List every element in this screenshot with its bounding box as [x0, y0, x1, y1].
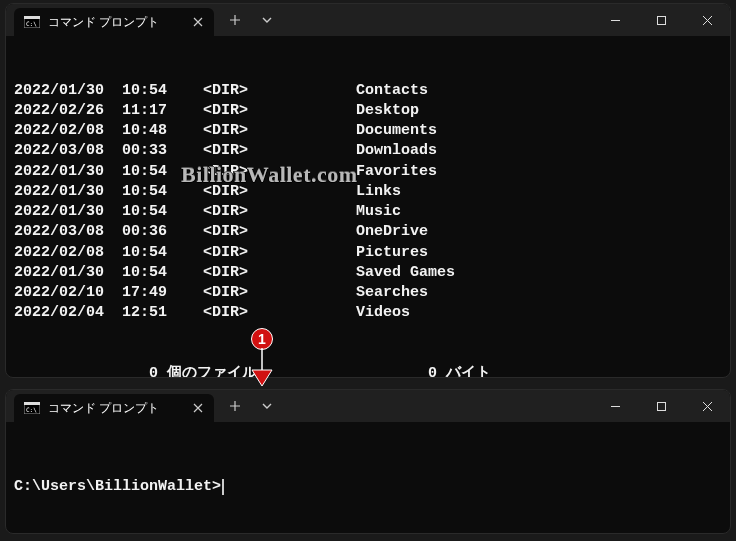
- minimize-button[interactable]: [592, 4, 638, 36]
- new-tab-button[interactable]: [220, 6, 250, 34]
- dir-entry: 2022/01/30 10:54 <DIR> Links: [14, 182, 722, 202]
- cursor: [222, 479, 224, 495]
- dir-entry: 2022/02/08 10:54 <DIR> Pictures: [14, 243, 722, 263]
- svg-rect-7: [657, 402, 665, 410]
- svg-rect-1: [24, 16, 40, 19]
- svg-rect-3: [657, 16, 665, 24]
- dir-entry: 2022/01/30 10:54 <DIR> Saved Games: [14, 263, 722, 283]
- dir-entry: 2022/02/04 12:51 <DIR> Videos: [14, 303, 722, 323]
- tab-close-button[interactable]: [190, 400, 206, 416]
- tab-dropdown-button[interactable]: [252, 392, 282, 420]
- dir-entry: 2022/02/08 10:48 <DIR> Documents: [14, 121, 722, 141]
- dir-entry: 2022/02/10 17:49 <DIR> Searches: [14, 283, 722, 303]
- tab-actions: [214, 390, 282, 422]
- tab-dropdown-button[interactable]: [252, 6, 282, 34]
- minimize-button[interactable]: [592, 390, 638, 422]
- prompt-path: C:\Users\BillionWallet>: [14, 477, 221, 497]
- svg-rect-5: [24, 402, 40, 405]
- tab-actions: [214, 4, 282, 36]
- terminal-window-after: C:\ コマンド プロンプト: [5, 389, 731, 534]
- tab-close-button[interactable]: [190, 14, 206, 30]
- cmd-icon: C:\: [24, 14, 40, 30]
- terminal-window-before: C:\ コマンド プロンプト: [5, 3, 731, 378]
- window-close-button[interactable]: [684, 4, 730, 36]
- summary-files: 0 個のファイル 0 バイト: [14, 364, 722, 378]
- dir-entry: 2022/03/08 00:36 <DIR> OneDrive: [14, 222, 722, 242]
- new-tab-button[interactable]: [220, 392, 250, 420]
- terminal-output[interactable]: 2022/01/30 10:54 <DIR> Contacts2022/02/2…: [6, 36, 730, 378]
- svg-text:C:\: C:\: [26, 20, 37, 27]
- maximize-button[interactable]: [638, 390, 684, 422]
- titlebar-drag[interactable]: [282, 4, 592, 36]
- tab-active[interactable]: C:\ コマンド プロンプト: [14, 8, 214, 36]
- cmd-icon: C:\: [24, 400, 40, 416]
- window-controls: [592, 4, 730, 36]
- titlebar-drag[interactable]: [282, 390, 592, 422]
- window-close-button[interactable]: [684, 390, 730, 422]
- tab-title: コマンド プロンプト: [48, 400, 182, 417]
- svg-text:C:\: C:\: [26, 406, 37, 413]
- dir-entry: 2022/03/08 00:33 <DIR> Downloads: [14, 141, 722, 161]
- tab-strip: C:\ コマンド プロンプト: [6, 4, 214, 36]
- dir-entry: 2022/01/30 10:54 <DIR> Music: [14, 202, 722, 222]
- titlebar: C:\ コマンド プロンプト: [6, 390, 730, 422]
- dir-entry: 2022/02/26 11:17 <DIR> Desktop: [14, 101, 722, 121]
- tab-active[interactable]: C:\ コマンド プロンプト: [14, 394, 214, 422]
- prompt-line: C:\Users\BillionWallet>: [14, 477, 722, 497]
- dir-entry: 2022/01/30 10:54 <DIR> Favorites: [14, 162, 722, 182]
- maximize-button[interactable]: [638, 4, 684, 36]
- tab-strip: C:\ コマンド プロンプト: [6, 390, 214, 422]
- terminal-output[interactable]: C:\Users\BillionWallet>: [6, 422, 730, 534]
- window-controls: [592, 390, 730, 422]
- dir-entry: 2022/01/30 10:54 <DIR> Contacts: [14, 81, 722, 101]
- tab-title: コマンド プロンプト: [48, 14, 182, 31]
- titlebar: C:\ コマンド プロンプト: [6, 4, 730, 36]
